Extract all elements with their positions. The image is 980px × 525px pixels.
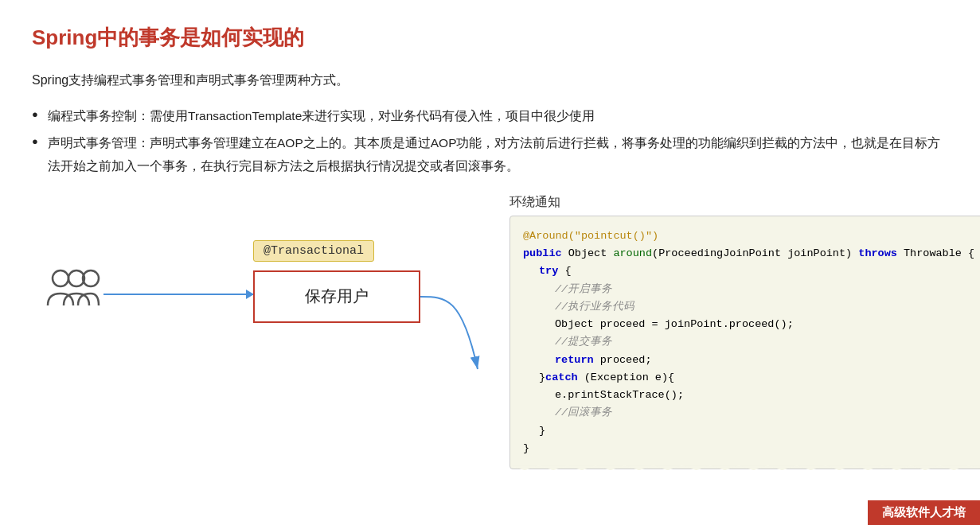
code-block-area: 环绕通知 @Around("pointcut()") public Object… [510,194,980,469]
code-line-10: e.printStackTrace(); [523,387,974,404]
code-line-11: //回滚事务 [523,404,974,422]
code-line-12: } [523,422,974,440]
left-diagram: @Transactional 保存用户 [32,194,494,417]
code-line-3: try { [523,262,974,280]
watermark: 高级软件人才培 [868,500,980,525]
svg-point-0 [53,270,68,286]
intro-text: Spring支持编程式事务管理和声明式事务管理两种方式。 [32,69,948,92]
code-line-7: //提交事务 [523,333,974,351]
code-line-1: @Around("pointcut()") [523,228,974,245]
person-to-box-arrow [103,294,253,295]
code-line-5: //执行业务代码 [523,298,974,316]
code-container: @Around("pointcut()") public Object arou… [510,216,980,469]
code-line-6: Object proceed = joinPoint.proceed(); [523,316,974,333]
save-user-box: 保存用户 [253,270,420,323]
person-icon [46,266,100,320]
bullet-item-2: 声明式事务管理：声明式事务管理建立在AOP之上的。其本质是通过AOP功能，对方法… [32,132,948,177]
page-title: Spring中的事务是如何实现的 [32,24,948,52]
code-line-2: public Object around(ProceedingJoinPoint… [523,245,974,262]
bullet-list: 编程式事务控制：需使用TransactionTemplate来进行实现，对业务代… [32,105,948,178]
code-line-4: //开启事务 [523,281,974,298]
diagram-area: @Transactional 保存用户 环绕通知 @Around("pointc… [32,194,948,469]
bullet-item-1: 编程式事务控制：需使用TransactionTemplate来进行实现，对业务代… [32,105,948,128]
transactional-tag: @Transactional [253,240,374,262]
code-line-8: return proceed; [523,352,974,369]
code-label: 环绕通知 [510,194,980,211]
code-line-13: } [523,440,974,457]
code-line-9: }catch (Exception e){ [523,369,974,387]
